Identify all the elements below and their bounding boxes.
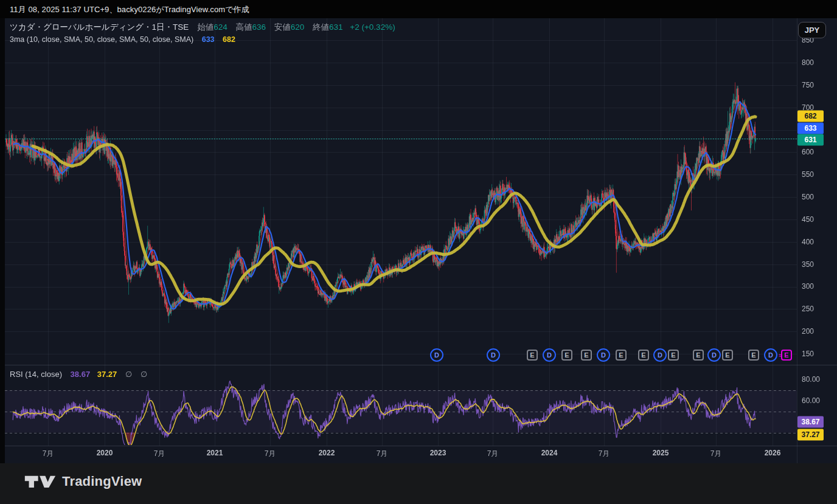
earnings-badge[interactable]: E xyxy=(561,350,572,361)
legend-row-indicator: 3ma (10, close, SMA, 50, close, SMA, 50,… xyxy=(10,35,395,44)
time-tick-7月[interactable]: 7月 xyxy=(487,449,499,459)
chart-area[interactable]: ツカダ・グローバルホールディング・1日・TSE 始値624 高値636 安値62… xyxy=(0,18,837,463)
earnings-badge[interactable]: E xyxy=(668,350,679,361)
time-tick-7月[interactable]: 7月 xyxy=(265,449,276,459)
price-tick-500: 500 xyxy=(802,193,814,201)
dividend-badge[interactable]: D xyxy=(543,348,556,362)
earnings-badge[interactable]: E xyxy=(638,350,649,361)
earnings-badge[interactable]: E xyxy=(693,350,704,361)
open-value: 624 xyxy=(214,22,227,32)
symbol-title[interactable]: ツカダ・グローバルホールディング・1日・TSE xyxy=(10,22,189,32)
price-tick-600: 600 xyxy=(802,148,814,156)
time-tick-2024[interactable]: 2024 xyxy=(541,449,558,457)
low-label: 安値 xyxy=(274,22,291,32)
attribution-bar: 11月 08, 2025 11:37 UTC+9、backy0226がTradi… xyxy=(0,0,837,18)
time-tick-2023[interactable]: 2023 xyxy=(430,449,446,457)
price-badge-631: 631 xyxy=(797,134,824,146)
ma-value-yellow: 682 xyxy=(223,35,235,44)
price-badge-633: 633 xyxy=(797,123,824,134)
dividend-badge[interactable]: D xyxy=(653,348,667,362)
dividend-badge[interactable]: D xyxy=(597,348,610,362)
tradingview-logo[interactable]: TradingView xyxy=(24,474,142,489)
dividend-badge[interactable]: D xyxy=(430,348,443,362)
rsi-badge-38.67: 38.67 xyxy=(797,416,824,428)
price-tick-750: 750 xyxy=(802,81,814,89)
time-tick-2022[interactable]: 2022 xyxy=(319,449,335,457)
currency-button[interactable]: JPY xyxy=(798,22,826,38)
ma-value-blue: 633 xyxy=(202,35,215,44)
price-tick-200: 200 xyxy=(802,327,814,336)
time-tick-7月[interactable]: 7月 xyxy=(710,449,722,459)
price-tick-350: 350 xyxy=(802,260,814,269)
high-label: 高値 xyxy=(235,22,252,32)
legend-row-main: ツカダ・グローバルホールディング・1日・TSE 始値624 高値636 安値62… xyxy=(10,22,395,34)
time-tick-2026[interactable]: 2026 xyxy=(765,449,781,457)
price-tick-150: 150 xyxy=(802,350,814,358)
time-tick-7月[interactable]: 7月 xyxy=(154,449,165,459)
time-tick-7月[interactable]: 7月 xyxy=(43,449,54,459)
earnings-badge[interactable]: E xyxy=(616,350,627,361)
time-tick-2021[interactable]: 2021 xyxy=(207,449,223,457)
price-tick-400: 400 xyxy=(802,238,814,246)
rsi-legend: RSI (14, close) 38.67 37.27 ∅ ∅ xyxy=(10,370,147,379)
tradingview-logo-text: TradingView xyxy=(62,474,142,489)
tradingview-window: 11月 08, 2025 11:37 UTC+9、backy0226がTradi… xyxy=(0,0,837,504)
open-label: 始値 xyxy=(197,22,214,32)
rsi-empty-value-1: ∅ xyxy=(125,370,132,379)
dividend-badge[interactable]: D xyxy=(487,348,500,362)
time-tick-2025[interactable]: 2025 xyxy=(653,449,669,457)
price-tick-250: 250 xyxy=(802,305,814,313)
rsi-value-line: 38.67 xyxy=(71,370,91,379)
close-value: 631 xyxy=(329,22,343,32)
rsi-badge-37.27: 37.27 xyxy=(797,429,824,441)
left-edge-strip xyxy=(0,18,5,463)
rsi-tick-80.00: 80.00 xyxy=(802,375,820,384)
time-tick-2020[interactable]: 2020 xyxy=(97,449,113,457)
ma-indicator-label[interactable]: 3ma (10, close, SMA, 50, close, SMA, 50,… xyxy=(10,35,193,44)
time-tick-7月[interactable]: 7月 xyxy=(599,449,610,459)
symbol-legend: ツカダ・グローバルホールディング・1日・TSE 始値624 高値636 安値62… xyxy=(10,22,395,44)
price-badge-682: 682 xyxy=(797,111,824,122)
close-label: 終値 xyxy=(313,22,329,32)
price-tick-800: 800 xyxy=(802,58,814,67)
price-tick-450: 450 xyxy=(802,215,814,224)
dividend-badge[interactable]: D xyxy=(764,348,777,362)
price-tick-550: 550 xyxy=(802,170,814,179)
attribution-text: 11月 08, 2025 11:37 UTC+9、backy0226がTradi… xyxy=(10,4,249,15)
chart-canvas[interactable] xyxy=(0,18,837,463)
price-tick-300: 300 xyxy=(802,282,814,291)
footer-bar: TradingView xyxy=(0,463,837,504)
time-tick-7月[interactable]: 7月 xyxy=(377,449,388,459)
earnings-badge[interactable]: E xyxy=(581,350,592,361)
tradingview-logo-icon xyxy=(24,474,56,489)
upcoming-earnings-badge[interactable]: E≈ xyxy=(781,350,792,361)
dividend-badge[interactable]: D xyxy=(707,348,721,362)
rsi-tick-60.00: 60.00 xyxy=(802,396,820,405)
high-value: 636 xyxy=(252,22,266,32)
change-value: +2 (+0.32%) xyxy=(350,22,395,32)
earnings-badge[interactable]: E xyxy=(722,350,733,361)
low-value: 620 xyxy=(291,22,305,32)
approx-symbol: ≈ xyxy=(779,352,783,359)
earnings-badge[interactable]: E xyxy=(748,350,759,361)
earnings-badge[interactable]: E xyxy=(527,350,538,361)
rsi-indicator-label[interactable]: RSI (14, close) xyxy=(10,370,62,379)
rsi-value-ma: 37.27 xyxy=(97,370,117,379)
rsi-empty-value-2: ∅ xyxy=(141,370,147,379)
